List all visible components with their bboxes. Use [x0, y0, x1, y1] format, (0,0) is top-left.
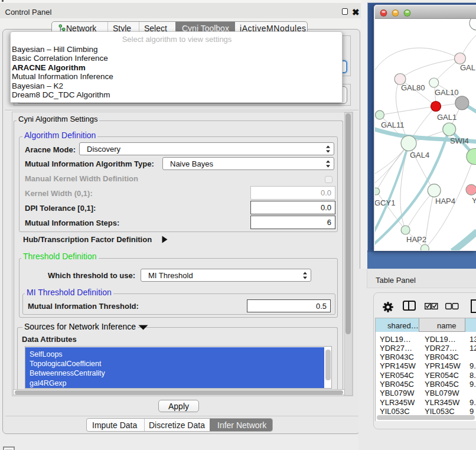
- svg-text:GAL80: GAL80: [401, 83, 425, 92]
- svg-text:Y: Y: [472, 196, 476, 205]
- svg-text:GAL10: GAL10: [435, 88, 458, 97]
- svg-text:GAL11: GAL11: [381, 120, 405, 129]
- svg-text:GCY1: GCY1: [375, 198, 395, 207]
- svg-text:HAP2: HAP2: [406, 235, 426, 244]
- svg-text:GAL4: GAL4: [410, 151, 429, 159]
- svg-text:SWI4: SWI4: [450, 136, 469, 145]
- svg-text:GAL1: GAL1: [437, 113, 457, 122]
- svg-text:GAL: GAL: [460, 63, 475, 72]
- svg-text:HAP4: HAP4: [435, 197, 455, 206]
